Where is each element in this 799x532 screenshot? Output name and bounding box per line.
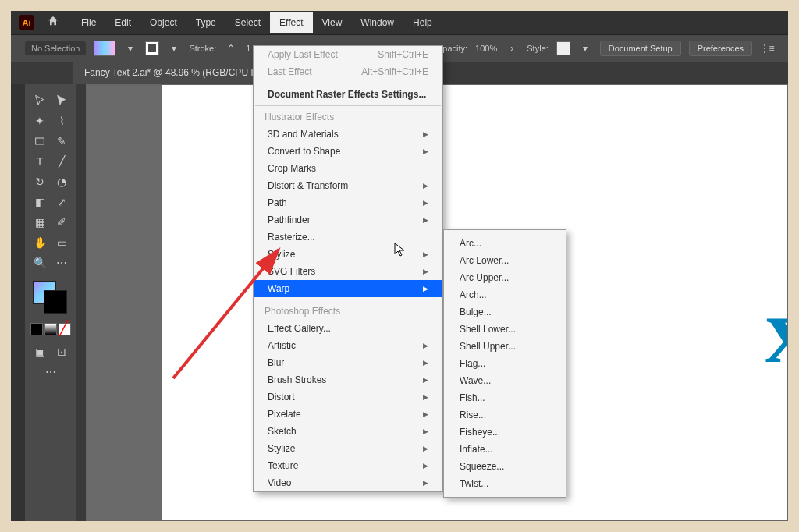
submenu-arrow-icon: ▶ bbox=[423, 130, 428, 138]
menu-item-sketch[interactable]: Sketch▶ bbox=[254, 423, 442, 440]
menu-label: Last Effect bbox=[268, 66, 311, 77]
menu-view[interactable]: View bbox=[313, 12, 352, 33]
menu-item-brush-strokes[interactable]: Brush Strokes▶ bbox=[254, 371, 442, 388]
warp-item-arc-[interactable]: Arc... bbox=[444, 235, 566, 252]
menu-label: Distort bbox=[268, 392, 295, 403]
separator bbox=[255, 300, 441, 300]
menu-item-video[interactable]: Video▶ bbox=[254, 474, 442, 491]
menu-item-artistic[interactable]: Artistic▶ bbox=[254, 337, 442, 354]
home-icon[interactable] bbox=[47, 15, 59, 30]
chevron-right-icon[interactable]: › bbox=[505, 41, 519, 55]
style-swatch[interactable] bbox=[556, 41, 570, 55]
warp-item-shell-lower-[interactable]: Shell Lower... bbox=[444, 321, 566, 338]
rotate-tool-icon[interactable]: ↻ bbox=[29, 172, 51, 192]
separator bbox=[255, 83, 441, 83]
gradient-tool-icon[interactable]: ▦ bbox=[29, 212, 51, 232]
menu-item-effect-gallery-[interactable]: Effect Gallery... bbox=[254, 320, 442, 337]
fill-swatch[interactable] bbox=[94, 41, 115, 56]
warp-item-arc-upper-[interactable]: Arc Upper... bbox=[444, 269, 566, 286]
warp-item-arch-[interactable]: Arch... bbox=[444, 286, 566, 303]
type-tool-icon[interactable]: T bbox=[29, 151, 51, 172]
menu-item-texture[interactable]: Texture▶ bbox=[254, 457, 442, 474]
menu-object[interactable]: Object bbox=[140, 12, 186, 33]
menu-item-rasterize-[interactable]: Rasterize... bbox=[254, 229, 442, 246]
menu-edit[interactable]: Edit bbox=[105, 12, 140, 33]
line-tool-icon[interactable]: ╱ bbox=[51, 151, 73, 172]
rectangle-tool-icon[interactable] bbox=[29, 131, 51, 151]
stroke-color[interactable] bbox=[44, 290, 67, 314]
chevron-down-icon[interactable]: ▾ bbox=[123, 41, 137, 55]
menu-item-stylize[interactable]: Stylize▶ bbox=[254, 440, 442, 457]
menu-item-distort[interactable]: Distort▶ bbox=[254, 388, 442, 406]
zoom-tool-icon[interactable]: 🔍 bbox=[29, 253, 51, 273]
menu-file[interactable]: File bbox=[72, 12, 105, 33]
menu-item-blur[interactable]: Blur▶ bbox=[254, 354, 442, 371]
menu-item-svg-filters[interactable]: SVG Filters▶ bbox=[254, 263, 442, 280]
none-color-icon[interactable]: ╱ bbox=[59, 323, 71, 335]
menu-item-3d-and-materials[interactable]: 3D and Materials▶ bbox=[254, 126, 442, 143]
chevron-down-icon[interactable]: ▾ bbox=[578, 41, 592, 55]
warp-item-arc-lower-[interactable]: Arc Lower... bbox=[444, 252, 566, 269]
menu-effect[interactable]: Effect bbox=[270, 12, 312, 33]
screen-mode-icon[interactable]: ▣ bbox=[29, 342, 51, 362]
menu-item-pixelate[interactable]: Pixelate▶ bbox=[254, 406, 442, 423]
menu-apply-last-effect[interactable]: Apply Last Effect Shift+Ctrl+E bbox=[254, 46, 442, 63]
menu-help[interactable]: Help bbox=[403, 12, 442, 33]
preferences-button[interactable]: Preferences bbox=[689, 41, 752, 56]
warp-item-fish-[interactable]: Fish... bbox=[444, 389, 566, 406]
menu-section-photoshop: Photoshop Effects bbox=[254, 303, 442, 320]
menu-item-path[interactable]: Path▶ bbox=[254, 194, 442, 211]
shape-builder-tool-icon[interactable]: ◔ bbox=[51, 172, 73, 192]
warp-item-bulge-[interactable]: Bulge... bbox=[444, 303, 566, 321]
menu-item-pathfinder[interactable]: Pathfinder▶ bbox=[254, 211, 442, 229]
scale-tool-icon[interactable]: ⤢ bbox=[51, 192, 73, 212]
eyedropper-tool-icon[interactable]: ✐ bbox=[51, 212, 73, 232]
magic-wand-tool-icon[interactable]: ✦ bbox=[29, 111, 51, 131]
warp-item-rise-[interactable]: Rise... bbox=[444, 406, 566, 424]
app-logo: Ai bbox=[19, 15, 34, 30]
menu-label: Rasterize... bbox=[268, 232, 315, 243]
chevron-down-icon[interactable]: ▾ bbox=[167, 41, 181, 55]
hand-tool-icon[interactable]: ✋ bbox=[29, 232, 51, 253]
document-tab[interactable]: Fancy Text 2.ai* @ 48.96 % (RGB/CPU P bbox=[73, 62, 268, 84]
menu-item-stylize[interactable]: Stylize▶ bbox=[254, 246, 442, 263]
warp-item-twist-[interactable]: Twist... bbox=[444, 475, 566, 492]
more-tools-icon[interactable]: ⋯ bbox=[51, 253, 73, 273]
menu-label: Texture bbox=[268, 460, 298, 471]
warp-item-inflate-[interactable]: Inflate... bbox=[444, 441, 566, 458]
stroke-swatch[interactable] bbox=[145, 41, 159, 55]
document-setup-button[interactable]: Document Setup bbox=[600, 41, 681, 56]
menu-type[interactable]: Type bbox=[186, 12, 225, 33]
decrement-icon[interactable]: ⌃ bbox=[224, 41, 238, 55]
menu-label: Warp bbox=[268, 283, 289, 294]
more-icon[interactable]: ⋮≡ bbox=[760, 41, 774, 55]
menu-last-effect[interactable]: Last Effect Alt+Shift+Ctrl+E bbox=[254, 63, 442, 80]
selection-tool-icon[interactable] bbox=[29, 90, 51, 111]
paintbrush-tool-icon[interactable]: ✎ bbox=[51, 131, 73, 151]
artboard-tool-icon[interactable]: ▭ bbox=[51, 232, 73, 253]
warp-item-shell-upper-[interactable]: Shell Upper... bbox=[444, 338, 566, 355]
opacity-value: 100% bbox=[475, 44, 497, 53]
submenu-arrow-icon: ▶ bbox=[423, 182, 428, 190]
menu-item-distort-transform[interactable]: Distort & Transform▶ bbox=[254, 177, 442, 194]
warp-item-flag-[interactable]: Flag... bbox=[444, 355, 566, 372]
warp-item-wave-[interactable]: Wave... bbox=[444, 372, 566, 389]
warp-item-fisheye-[interactable]: Fisheye... bbox=[444, 424, 566, 441]
menu-raster-settings[interactable]: Document Raster Effects Settings... bbox=[254, 86, 442, 103]
menu-item-convert-to-shape[interactable]: Convert to Shape▶ bbox=[254, 143, 442, 160]
more-icon[interactable]: ⋯ bbox=[40, 362, 62, 382]
lasso-tool-icon[interactable]: ⌇ bbox=[51, 111, 73, 131]
menu-item-warp[interactable]: Warp▶ bbox=[254, 280, 442, 297]
eraser-tool-icon[interactable]: ◧ bbox=[29, 192, 51, 212]
solid-color-icon[interactable] bbox=[30, 323, 43, 335]
menu-label: Pixelate bbox=[268, 409, 301, 420]
gradient-icon[interactable] bbox=[44, 323, 57, 335]
menu-label: Effect Gallery... bbox=[268, 323, 331, 334]
direct-selection-tool-icon[interactable] bbox=[51, 90, 73, 111]
menu-item-crop-marks[interactable]: Crop Marks bbox=[254, 160, 442, 177]
menu-window[interactable]: Window bbox=[351, 12, 403, 33]
menu-select[interactable]: Select bbox=[225, 12, 270, 33]
style-label: Style: bbox=[527, 44, 549, 53]
edit-toolbar-icon[interactable]: ⊡ bbox=[51, 342, 73, 362]
warp-item-squeeze-[interactable]: Squeeze... bbox=[444, 458, 566, 475]
